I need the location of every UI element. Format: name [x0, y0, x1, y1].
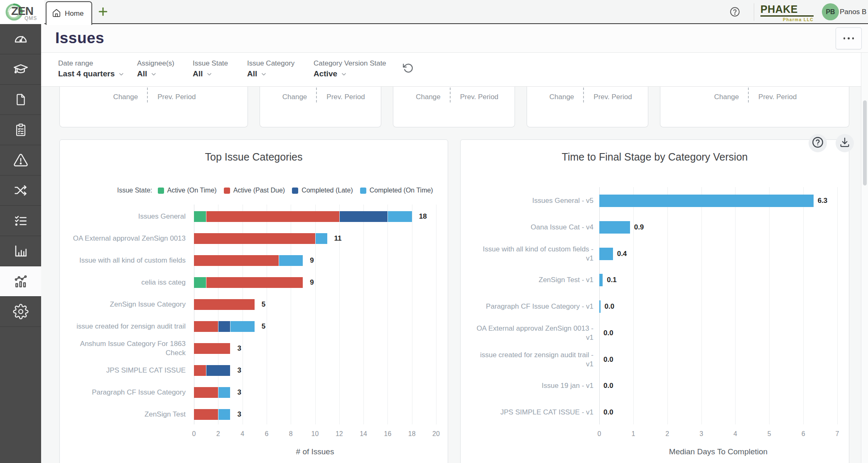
category-label: OA External approval ZenSign 0013 - v1: [475, 322, 593, 344]
bar-value-label: 3: [237, 344, 241, 353]
bar-segment[interactable]: [339, 211, 388, 222]
zenqms-logo[interactable]: ZEN QMS: [0, 0, 44, 24]
bar-segment[interactable]: [218, 409, 230, 420]
bar-value-label: 5: [262, 322, 265, 331]
bar-segment[interactable]: [194, 387, 218, 398]
new-tab-button[interactable]: [97, 6, 109, 19]
sidebar-item-dashboard[interactable]: [0, 24, 41, 54]
legend-item[interactable]: Completed (On Time): [360, 187, 433, 194]
download-icon: [839, 136, 851, 150]
sidebar-item-tasks[interactable]: [0, 206, 41, 236]
x-tick-label: 0: [185, 430, 203, 438]
sidebar-item-forms[interactable]: [0, 115, 41, 145]
filter-value-dropdown[interactable]: All: [247, 69, 267, 78]
user-avatar[interactable]: PB: [822, 3, 839, 20]
x-tick-label: 4: [233, 430, 252, 438]
filter-value-dropdown[interactable]: All: [193, 69, 212, 78]
filter-value-text: All: [193, 69, 203, 78]
gridline: [387, 205, 388, 424]
legend-item[interactable]: Completed (Late): [292, 187, 353, 194]
bar-segment[interactable]: [279, 255, 303, 266]
bar[interactable]: [599, 221, 630, 234]
bar-segment[interactable]: [194, 211, 206, 222]
user-name[interactable]: Panos B: [840, 8, 866, 16]
sidebar-item-reports[interactable]: [0, 236, 41, 266]
bar-value-label: 5: [262, 300, 265, 309]
bar-segment[interactable]: [206, 211, 339, 222]
chart-card-time-to-final-stage: Time to Final Stage by Category Version0…: [460, 139, 849, 463]
chevron-down-icon: [151, 71, 157, 77]
filter-value-dropdown[interactable]: All: [137, 69, 157, 78]
sidebar-item-training[interactable]: [0, 54, 41, 85]
filter-value-text: Last 4 quarters: [58, 69, 115, 78]
scrollbar-thumb[interactable]: [863, 100, 867, 185]
refresh-button[interactable]: [402, 62, 414, 74]
gridline: [436, 205, 436, 424]
gear-icon: [13, 304, 29, 319]
scrollbar-track[interactable]: [861, 53, 868, 463]
legend-swatch: [292, 188, 298, 194]
kpi-change-label: Change: [527, 93, 583, 101]
chart-download-button[interactable]: [836, 134, 854, 152]
bar-value-label: 0.0: [603, 329, 613, 338]
kpi-card: ChangePrev. Period: [660, 87, 849, 127]
bar-value-label: 0.4: [617, 249, 627, 258]
gridline: [412, 205, 412, 424]
category-label: Issues General - v5: [475, 190, 593, 212]
kpi-card: ChangePrev. Period: [260, 87, 381, 127]
legend-label: Completed (Late): [302, 187, 353, 194]
bar-segment[interactable]: [194, 321, 218, 332]
chart-help-button[interactable]: [809, 134, 827, 152]
org-logo-subtitle: Pharma LLC: [760, 17, 814, 22]
x-tick-label: 6: [257, 430, 276, 438]
page-more-button[interactable]: [836, 27, 862, 49]
sidebar-item-issues[interactable]: [0, 145, 41, 175]
sidebar-nav: [0, 24, 41, 463]
sidebar-item-documents[interactable]: [0, 85, 41, 115]
tab-home-label: Home: [65, 10, 83, 18]
bar[interactable]: [599, 248, 613, 260]
legend-item[interactable]: Active (Past Due): [224, 187, 285, 194]
sidebar-item-settings[interactable]: [0, 297, 41, 327]
sidebar-item-change-control[interactable]: [0, 175, 41, 206]
bar[interactable]: [599, 300, 601, 313]
filter-value-dropdown[interactable]: Last 4 quarters: [58, 69, 124, 78]
page-title: Issues: [55, 29, 104, 47]
bar-segment[interactable]: [194, 299, 255, 310]
bar-value-label: 9: [310, 278, 314, 287]
bar-segment[interactable]: [387, 211, 412, 222]
tab-home[interactable]: Home: [46, 1, 92, 25]
legend-label: Active (On Time): [167, 187, 217, 194]
x-tick-label: 1: [624, 430, 642, 438]
legend-swatch: [360, 188, 366, 194]
gridline: [701, 187, 702, 424]
kpi-card-header: ChangePrev. Period: [393, 92, 515, 102]
filter-value-dropdown[interactable]: Active: [314, 69, 347, 78]
kpi-card: ChangePrev. Period: [59, 87, 248, 127]
category-label: JPS SIMPLE CAT ISSUE: [64, 360, 186, 381]
bar-segment[interactable]: [315, 233, 327, 244]
help-button[interactable]: [730, 7, 740, 17]
bar[interactable]: [599, 274, 603, 286]
bar-segment[interactable]: [218, 321, 230, 332]
bar[interactable]: [599, 195, 814, 207]
kpi-prev-period-label: Prev. Period: [749, 93, 849, 101]
bar-segment[interactable]: [194, 255, 279, 266]
bar-segment[interactable]: [230, 321, 254, 332]
sidebar-item-analytics[interactable]: [0, 266, 41, 297]
bar-segment[interactable]: [206, 365, 230, 376]
legend-item[interactable]: Active (On Time): [158, 187, 217, 194]
filter-label: Issue State: [193, 59, 228, 68]
kpi-prev-period-label: Prev. Period: [148, 93, 248, 101]
ellipsis-icon: [848, 37, 850, 39]
bar-segment[interactable]: [194, 365, 206, 376]
bar-segment[interactable]: [206, 277, 303, 288]
plus-icon: [97, 6, 109, 19]
bar-segment[interactable]: [194, 343, 230, 354]
kpi-prev-period-label: Prev. Period: [584, 93, 648, 101]
bar-segment[interactable]: [194, 409, 218, 420]
bar-value-label: 0.0: [603, 355, 613, 364]
bar-segment[interactable]: [194, 233, 315, 244]
bar-segment[interactable]: [194, 277, 206, 288]
bar-segment[interactable]: [218, 387, 230, 398]
